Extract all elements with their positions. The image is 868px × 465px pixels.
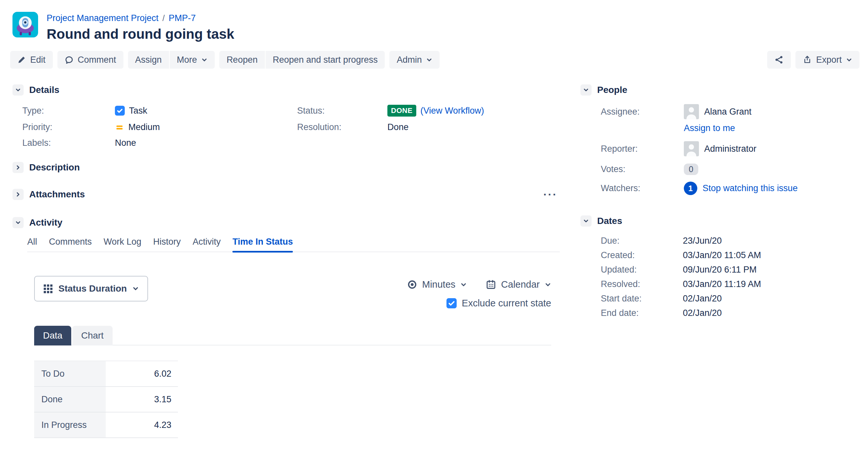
status-minutes-cell: 6.02: [106, 361, 178, 386]
reopen-button-label: Reopen: [226, 55, 258, 65]
votes-count-badge[interactable]: 0: [684, 163, 698, 175]
breadcrumb-issue-link[interactable]: PMP-7: [169, 13, 196, 23]
activity-section-header[interactable]: Activity: [12, 217, 561, 228]
resolution-label: Resolution:: [297, 122, 388, 132]
activity-section: Activity All Comments Work Log History A…: [12, 217, 561, 438]
tab-time-in-status[interactable]: Time In Status: [232, 237, 293, 252]
priority-label: Priority:: [22, 122, 115, 132]
details-section-title: Details: [29, 85, 59, 95]
details-section-header[interactable]: Details: [12, 84, 561, 96]
pencil-icon: [18, 56, 26, 64]
tab-comments[interactable]: Comments: [49, 237, 92, 252]
export-icon: [803, 55, 812, 64]
votes-row: Votes: 0: [601, 163, 863, 175]
page-title: Round and round going task: [46, 26, 235, 42]
comment-bubble-icon: [65, 56, 73, 64]
status-name-cell: In Progress: [34, 412, 106, 438]
comment-button[interactable]: Comment: [57, 51, 123, 69]
dates-section-header[interactable]: Dates: [581, 215, 863, 226]
breadcrumb: Project Management Project / PMP-7: [46, 13, 235, 23]
resolution-value: Done: [388, 122, 561, 132]
reporter-name: Administrator: [704, 144, 756, 154]
checkbox-checked-icon[interactable]: [446, 298, 457, 308]
chevron-right-icon: [15, 191, 21, 198]
project-avatar[interactable]: [12, 12, 38, 37]
exclude-current-state-label: Exclude current state: [462, 298, 551, 309]
tab-history[interactable]: History: [153, 237, 181, 252]
issue-toolbar: Edit Comment Assign More Reopen: [10, 51, 860, 69]
reporter-label: Reporter:: [601, 144, 684, 154]
table-row: In Progress 4.23: [34, 412, 178, 438]
admin-button[interactable]: Admin: [389, 51, 440, 69]
people-section-header[interactable]: People: [581, 84, 863, 96]
chevron-down-icon: [583, 218, 589, 224]
chevron-down-icon: [545, 281, 551, 288]
assign-button[interactable]: Assign: [128, 51, 169, 69]
status-duration-selector[interactable]: Status Duration: [34, 276, 148, 302]
status-name-cell: To Do: [34, 361, 106, 386]
due-value: 23/Jun/20: [683, 236, 863, 246]
tab-data[interactable]: Data: [34, 326, 71, 345]
updated-value: 09/Jun/20 6:11 PM: [683, 265, 863, 275]
time-in-status-panel: Status Duration Mi: [34, 276, 551, 438]
more-button[interactable]: More: [170, 51, 215, 69]
assign-to-me-row: Assign to me: [601, 123, 863, 133]
description-section-title: Description: [29, 162, 80, 173]
attachments-section-header[interactable]: Attachments ···: [12, 189, 561, 200]
status-label: Status:: [297, 106, 388, 116]
header-text: Project Management Project / PMP-7 Round…: [46, 12, 235, 42]
status-minutes-cell: 4.23: [106, 412, 178, 438]
chevron-right-icon: [15, 164, 21, 171]
stop-watching-link[interactable]: Stop watching this issue: [703, 183, 798, 193]
priority-value: Medium: [115, 122, 297, 132]
watchers-label: Watchers:: [601, 183, 684, 193]
tab-activity[interactable]: Activity: [193, 237, 221, 252]
collapse-activity-button[interactable]: [12, 217, 24, 228]
assign-to-me-link[interactable]: Assign to me: [684, 123, 735, 133]
eye-icon: [407, 279, 417, 290]
attachments-more-options-icon[interactable]: ···: [543, 192, 557, 197]
type-label: Type:: [22, 106, 115, 116]
expand-description-button[interactable]: [12, 162, 24, 173]
export-button[interactable]: Export: [796, 51, 860, 69]
unit-selector[interactable]: Minutes: [407, 279, 467, 290]
unit-selector-label: Minutes: [422, 279, 456, 290]
breadcrumb-separator: /: [162, 13, 165, 23]
chevron-down-icon: [460, 281, 467, 288]
tab-work-log[interactable]: Work Log: [104, 237, 142, 252]
share-button[interactable]: [767, 51, 791, 69]
description-section-header[interactable]: Description: [12, 162, 561, 173]
watchers-count-badge[interactable]: 1: [684, 182, 697, 195]
edit-button-label: Edit: [30, 55, 45, 65]
labels-value: None: [115, 138, 297, 148]
expand-attachments-button[interactable]: [12, 189, 24, 200]
dates-grid: Due: 23/Jun/20 Created: 03/Jan/20 11:05 …: [601, 236, 863, 318]
reopen-button[interactable]: Reopen: [219, 51, 265, 69]
avatar: [684, 141, 699, 156]
status-name-cell: Done: [34, 386, 106, 412]
view-workflow-link[interactable]: (View Workflow): [421, 106, 484, 116]
tab-chart[interactable]: Chart: [72, 326, 112, 345]
edit-button[interactable]: Edit: [10, 51, 53, 69]
chevron-down-icon: [426, 57, 432, 63]
collapse-dates-button[interactable]: [581, 215, 592, 226]
exclude-current-state-option[interactable]: Exclude current state: [446, 298, 551, 309]
type-value: Task: [115, 106, 297, 116]
collapse-details-button[interactable]: [12, 84, 24, 96]
workflow-button-group: Reopen Reopen and start progress: [219, 51, 385, 69]
status-badge: DONE: [388, 105, 416, 117]
export-button-label: Export: [816, 55, 842, 65]
chevron-down-icon: [846, 57, 852, 63]
breadcrumb-project-link[interactable]: Project Management Project: [46, 13, 159, 23]
reporter-value: Administrator: [684, 141, 756, 156]
calendar-selector[interactable]: Calendar: [486, 279, 551, 290]
tab-all[interactable]: All: [27, 237, 37, 252]
assignee-label: Assignee:: [601, 107, 684, 117]
reopen-and-start-progress-button[interactable]: Reopen and start progress: [266, 51, 385, 69]
chevron-down-icon: [132, 285, 139, 292]
share-icon: [774, 55, 784, 65]
resolved-label: Resolved:: [601, 279, 683, 289]
collapse-people-button[interactable]: [581, 84, 592, 96]
task-type-icon: [115, 106, 125, 116]
status-duration-table: To Do 6.02 Done 3.15 In Progress 4.23: [34, 361, 178, 438]
